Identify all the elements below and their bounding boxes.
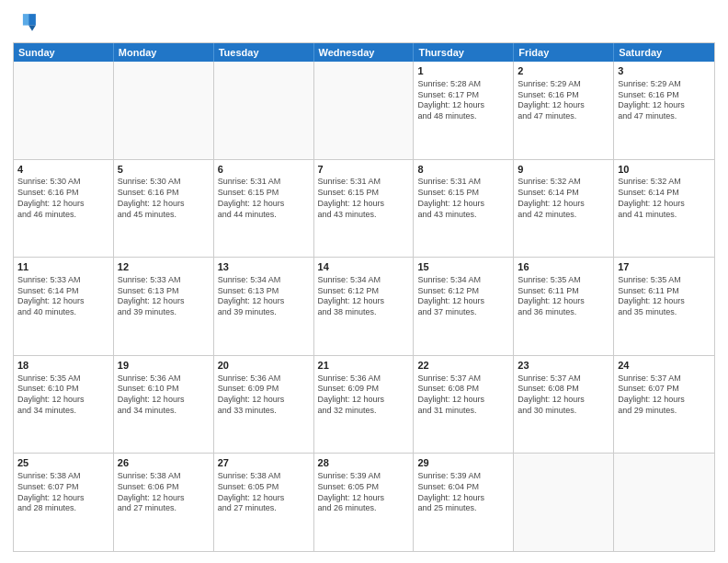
day-info: Sunrise: 5:34 AM Sunset: 6:13 PM Dayligh… [218,275,310,318]
day-info: Sunrise: 5:38 AM Sunset: 6:06 PM Dayligh… [118,471,210,514]
day-info: Sunrise: 5:29 AM Sunset: 6:16 PM Dayligh… [618,79,711,122]
calendar-day-19: 19Sunrise: 5:36 AM Sunset: 6:10 PM Dayli… [114,356,214,454]
calendar-day-empty [14,62,114,159]
day-number: 21 [318,359,410,373]
day-number: 5 [118,163,210,177]
calendar-day-1: 1Sunrise: 5:28 AM Sunset: 6:17 PM Daylig… [414,62,514,159]
calendar-day-24: 24Sunrise: 5:37 AM Sunset: 6:07 PM Dayli… [614,356,714,454]
calendar-day-12: 12Sunrise: 5:33 AM Sunset: 6:13 PM Dayli… [114,258,214,355]
calendar-day-10: 10Sunrise: 5:32 AM Sunset: 6:14 PM Dayli… [614,160,714,258]
day-number: 12 [118,260,210,274]
day-number: 11 [17,260,109,274]
calendar-day-empty [214,62,314,159]
day-info: Sunrise: 5:30 AM Sunset: 6:16 PM Dayligh… [17,177,109,220]
day-number: 2 [518,64,609,78]
day-info: Sunrise: 5:34 AM Sunset: 6:12 PM Dayligh… [318,275,410,318]
day-number: 19 [118,359,210,373]
day-number: 8 [417,163,509,177]
day-number: 10 [618,163,711,177]
calendar-day-21: 21Sunrise: 5:36 AM Sunset: 6:09 PM Dayli… [314,356,415,454]
day-number: 23 [518,359,609,373]
day-info: Sunrise: 5:34 AM Sunset: 6:12 PM Dayligh… [417,275,509,318]
calendar-day-29: 29Sunrise: 5:39 AM Sunset: 6:04 PM Dayli… [414,454,514,551]
calendar: SundayMondayTuesdayWednesdayThursdayFrid… [13,42,715,552]
calendar-day-9: 9Sunrise: 5:32 AM Sunset: 6:14 PM Daylig… [514,160,614,258]
day-number: 18 [17,359,109,373]
calendar-header-row: SundayMondayTuesdayWednesdayThursdayFrid… [14,43,714,62]
calendar-day-25: 25Sunrise: 5:38 AM Sunset: 6:07 PM Dayli… [14,454,114,551]
day-number: 9 [518,163,609,177]
logo [13,11,42,37]
day-number: 28 [318,456,410,470]
calendar-week-2: 4Sunrise: 5:30 AM Sunset: 6:16 PM Daylig… [14,159,714,258]
day-info: Sunrise: 5:29 AM Sunset: 6:16 PM Dayligh… [518,79,609,122]
calendar-body: 1Sunrise: 5:28 AM Sunset: 6:17 PM Daylig… [14,62,714,551]
calendar-day-27: 27Sunrise: 5:38 AM Sunset: 6:05 PM Dayli… [214,454,314,551]
day-number: 24 [618,359,711,373]
day-number: 1 [417,64,509,78]
calendar-day-22: 22Sunrise: 5:37 AM Sunset: 6:08 PM Dayli… [414,356,514,454]
logo-icon [13,11,39,37]
day-header-monday: Monday [114,43,214,62]
calendar-day-4: 4Sunrise: 5:30 AM Sunset: 6:16 PM Daylig… [14,160,114,258]
calendar-day-13: 13Sunrise: 5:34 AM Sunset: 6:13 PM Dayli… [214,258,314,355]
day-info: Sunrise: 5:33 AM Sunset: 6:13 PM Dayligh… [118,275,210,318]
calendar-day-17: 17Sunrise: 5:35 AM Sunset: 6:11 PM Dayli… [614,258,714,355]
day-info: Sunrise: 5:33 AM Sunset: 6:14 PM Dayligh… [17,275,109,318]
day-info: Sunrise: 5:39 AM Sunset: 6:05 PM Dayligh… [318,471,410,514]
page: SundayMondayTuesdayWednesdayThursdayFrid… [0,0,728,563]
svg-marker-1 [28,26,36,31]
calendar-week-1: 1Sunrise: 5:28 AM Sunset: 6:17 PM Daylig… [14,62,714,159]
day-number: 16 [518,260,609,274]
day-info: Sunrise: 5:36 AM Sunset: 6:09 PM Dayligh… [318,373,410,417]
calendar-day-28: 28Sunrise: 5:39 AM Sunset: 6:05 PM Dayli… [314,454,415,551]
calendar-day-empty [614,454,714,551]
day-header-thursday: Thursday [414,43,514,62]
day-number: 26 [118,456,210,470]
day-number: 14 [318,260,410,274]
day-number: 29 [417,456,509,470]
day-number: 3 [618,64,711,78]
day-number: 22 [417,359,509,373]
calendar-day-5: 5Sunrise: 5:30 AM Sunset: 6:16 PM Daylig… [114,160,214,258]
day-header-sunday: Sunday [14,43,114,62]
calendar-day-3: 3Sunrise: 5:29 AM Sunset: 6:16 PM Daylig… [614,62,714,159]
day-header-wednesday: Wednesday [314,43,415,62]
day-info: Sunrise: 5:30 AM Sunset: 6:16 PM Dayligh… [118,177,210,220]
day-info: Sunrise: 5:36 AM Sunset: 6:09 PM Dayligh… [218,373,310,417]
day-info: Sunrise: 5:35 AM Sunset: 6:11 PM Dayligh… [618,275,711,318]
day-info: Sunrise: 5:35 AM Sunset: 6:10 PM Dayligh… [17,373,109,417]
day-info: Sunrise: 5:31 AM Sunset: 6:15 PM Dayligh… [218,177,310,220]
calendar-week-5: 25Sunrise: 5:38 AM Sunset: 6:07 PM Dayli… [14,453,714,551]
day-info: Sunrise: 5:36 AM Sunset: 6:10 PM Dayligh… [118,373,210,417]
calendar-day-empty [114,62,214,159]
day-number: 4 [17,163,109,177]
day-info: Sunrise: 5:37 AM Sunset: 6:08 PM Dayligh… [518,373,609,417]
calendar-week-3: 11Sunrise: 5:33 AM Sunset: 6:14 PM Dayli… [14,257,714,355]
day-info: Sunrise: 5:38 AM Sunset: 6:05 PM Dayligh… [218,471,310,514]
day-number: 13 [218,260,310,274]
day-header-tuesday: Tuesday [214,43,314,62]
calendar-day-empty [314,62,415,159]
day-info: Sunrise: 5:39 AM Sunset: 6:04 PM Dayligh… [417,471,509,514]
day-header-friday: Friday [514,43,614,62]
calendar-day-empty [514,454,614,551]
calendar-day-26: 26Sunrise: 5:38 AM Sunset: 6:06 PM Dayli… [114,454,214,551]
day-number: 7 [318,163,410,177]
day-number: 27 [218,456,310,470]
calendar-day-16: 16Sunrise: 5:35 AM Sunset: 6:11 PM Dayli… [514,258,614,355]
day-info: Sunrise: 5:31 AM Sunset: 6:15 PM Dayligh… [417,177,509,220]
calendar-day-20: 20Sunrise: 5:36 AM Sunset: 6:09 PM Dayli… [214,356,314,454]
day-number: 6 [218,163,310,177]
calendar-day-23: 23Sunrise: 5:37 AM Sunset: 6:08 PM Dayli… [514,356,614,454]
day-number: 20 [218,359,310,373]
day-info: Sunrise: 5:28 AM Sunset: 6:17 PM Dayligh… [417,79,509,122]
day-info: Sunrise: 5:35 AM Sunset: 6:11 PM Dayligh… [518,275,609,318]
day-number: 25 [17,456,109,470]
calendar-day-7: 7Sunrise: 5:31 AM Sunset: 6:15 PM Daylig… [314,160,415,258]
calendar-day-11: 11Sunrise: 5:33 AM Sunset: 6:14 PM Dayli… [14,258,114,355]
calendar-day-15: 15Sunrise: 5:34 AM Sunset: 6:12 PM Dayli… [414,258,514,355]
day-number: 15 [417,260,509,274]
svg-marker-2 [23,14,28,25]
calendar-day-2: 2Sunrise: 5:29 AM Sunset: 6:16 PM Daylig… [514,62,614,159]
